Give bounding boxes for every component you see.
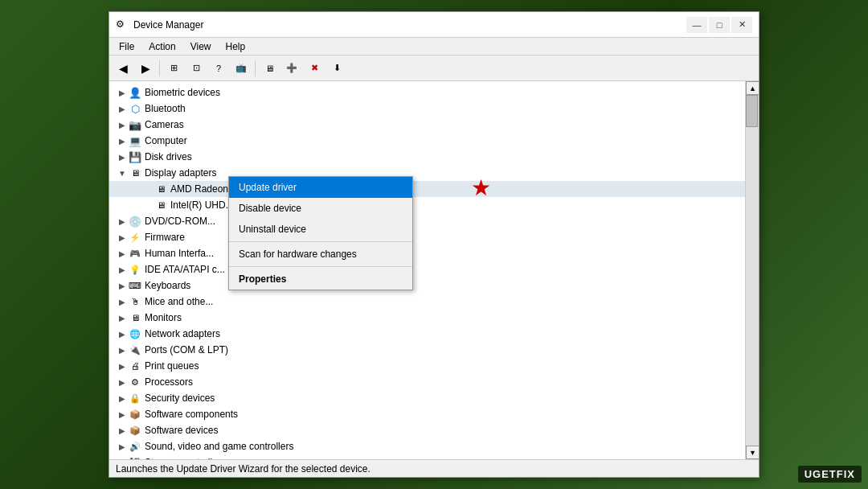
label-monitors: Monitors — [145, 312, 182, 323]
toolbar-remove-button[interactable]: ✖ — [304, 58, 325, 79]
label-displayadapters: Display adapters — [145, 167, 216, 179]
scrollbar[interactable]: ▲ ▼ — [745, 81, 759, 459]
tree-item-storagecontrollers[interactable]: ▶ 💾 Storage controllers — [109, 454, 745, 459]
expand-printqueues[interactable]: ▶ — [116, 362, 129, 371]
expand-keyboards[interactable]: ▶ — [116, 281, 129, 290]
expand-mice[interactable]: ▶ — [116, 298, 129, 306]
context-menu-properties-label: Properties — [239, 273, 286, 285]
expand-securitydevices[interactable]: ▶ — [116, 394, 129, 403]
toolbar-add-button[interactable]: ➕ — [281, 58, 302, 79]
icon-soundvideo: 🔊 — [129, 440, 141, 453]
tree-item-humaninterface[interactable]: ▶ 🎮 Human Interfa... — [109, 245, 745, 261]
tree-item-biometric[interactable]: ▶ 👤 Biometric devices — [109, 84, 745, 101]
expand-humaninterface[interactable]: ▶ — [116, 249, 129, 258]
scroll-thumb[interactable] — [746, 95, 758, 127]
tree-item-amdradeon[interactable]: 🖥 AMD Radeon (TM) RX 640 — [109, 181, 745, 197]
icon-amdradeon: 🖥 — [154, 183, 167, 195]
icon-softwarecomponents: 📦 — [129, 408, 141, 421]
expand-networkadapters[interactable]: ▶ — [116, 330, 129, 339]
icon-mice: 🖱 — [129, 295, 141, 308]
tree-item-computer[interactable]: ▶ 💻 Computer — [109, 133, 745, 149]
tree-item-keyboards[interactable]: ▶ ⌨ Keyboards — [109, 277, 745, 294]
tree-item-firmware[interactable]: ▶ ⚡ Firmware — [109, 229, 745, 245]
context-menu-scanforhardware-label: Scan for hardware changes — [239, 249, 357, 260]
menu-action[interactable]: Action — [142, 39, 182, 54]
scroll-up-button[interactable]: ▲ — [746, 81, 759, 95]
maximize-button[interactable]: □ — [709, 17, 730, 33]
tree-item-processors[interactable]: ▶ ⚙ Processors — [109, 374, 745, 390]
tree-item-dvdcdrom[interactable]: ▶ 💿 DVD/CD-ROM... — [109, 213, 745, 229]
icon-securitydevices: 🔒 — [129, 392, 141, 405]
content-area: ▶ 👤 Biometric devices ▶ ⬡ Bluetooth ▶ 📷 … — [109, 81, 759, 459]
context-menu-uninstalldevice-label: Uninstall device — [239, 224, 306, 235]
window-title: Device Manager — [133, 19, 203, 31]
tree-item-softwarecomponents[interactable]: ▶ 📦 Software components — [109, 406, 745, 422]
tree-item-monitors[interactable]: ▶ 🖥 Monitors — [109, 310, 745, 326]
tree-item-inteluhd[interactable]: 🖥 Intel(R) UHD... — [109, 197, 745, 213]
expand-displayadapters[interactable]: ▼ — [116, 169, 129, 178]
menu-view[interactable]: View — [184, 39, 218, 54]
toolbar-separator-2 — [255, 60, 256, 76]
context-menu-uninstalldevice[interactable]: Uninstall device — [229, 219, 412, 240]
expand-dvdcdrom[interactable]: ▶ — [116, 217, 129, 226]
minimize-button[interactable]: — — [686, 17, 707, 33]
expand-cameras[interactable]: ▶ — [116, 121, 129, 129]
context-menu-updatedriver-label: Update driver — [239, 182, 297, 193]
tree-item-bluetooth[interactable]: ▶ ⬡ Bluetooth — [109, 101, 745, 117]
forward-button[interactable]: ▶ — [135, 58, 156, 79]
menu-help[interactable]: Help — [219, 39, 252, 54]
tree-item-ports[interactable]: ▶ 🔌 Ports (COM & LPT) — [109, 342, 745, 358]
icon-monitors: 🖥 — [129, 311, 141, 324]
tree-item-securitydevices[interactable]: ▶ 🔒 Security devices — [109, 390, 745, 406]
label-mice: Mice and othe... — [145, 296, 213, 307]
menu-file[interactable]: File — [113, 39, 141, 54]
toolbar-btn-5[interactable]: ? — [208, 58, 229, 79]
tree-item-cameras[interactable]: ▶ 📷 Cameras — [109, 117, 745, 133]
status-text: Launches the Update Driver Wizard for th… — [116, 463, 371, 475]
icon-displayadapters: 🖥 — [129, 166, 141, 179]
tree-item-displayadapters[interactable]: ▼ 🖥 Display adapters — [109, 165, 745, 181]
label-computer: Computer — [145, 135, 187, 146]
icon-humaninterface: 🎮 — [129, 247, 141, 260]
toolbar-btn-4[interactable]: ⊡ — [186, 58, 207, 79]
expand-ideatapi[interactable]: ▶ — [116, 265, 129, 274]
close-button[interactable]: ✕ — [731, 17, 752, 33]
back-button[interactable]: ◀ — [113, 58, 133, 79]
expand-ports[interactable]: ▶ — [116, 346, 129, 355]
expand-softwarecomponents[interactable]: ▶ — [116, 410, 129, 419]
tree-item-networkadapters[interactable]: ▶ 🌐 Network adapters — [109, 326, 745, 342]
tree-item-mice[interactable]: ▶ 🖱 Mice and othe... — [109, 294, 745, 310]
expand-computer[interactable]: ▶ — [116, 137, 129, 146]
title-buttons: — □ ✕ — [686, 17, 752, 33]
icon-ports: 🔌 — [129, 343, 141, 356]
icon-ideatapi: 💡 — [129, 263, 141, 276]
scroll-down-button[interactable]: ▼ — [746, 446, 759, 459]
context-menu-updatedriver[interactable]: Update driver — [229, 177, 412, 198]
app-icon: ⚙ — [116, 18, 129, 31]
tree-item-ideatapi[interactable]: ▶ 💡 IDE ATA/ATAPI c... — [109, 261, 745, 277]
expand-firmware[interactable]: ▶ — [116, 233, 129, 242]
toolbar-btn-3[interactable]: ⊞ — [163, 58, 184, 79]
device-tree[interactable]: ▶ 👤 Biometric devices ▶ ⬡ Bluetooth ▶ 📷 … — [109, 81, 745, 459]
scroll-track[interactable] — [746, 95, 759, 446]
tree-item-soundvideo[interactable]: ▶ 🔊 Sound, video and game controllers — [109, 438, 745, 454]
toolbar-update-button[interactable]: ⬇ — [326, 58, 347, 79]
context-menu-scanforhardware[interactable]: Scan for hardware changes — [229, 244, 412, 265]
expand-processors[interactable]: ▶ — [116, 378, 129, 387]
expand-softwaredevices[interactable]: ▶ — [116, 426, 129, 435]
expand-bluetooth[interactable]: ▶ — [116, 105, 129, 113]
expand-soundvideo[interactable]: ▶ — [116, 442, 129, 451]
toolbar-btn-7[interactable]: 🖥 — [259, 58, 280, 79]
context-menu-properties[interactable]: Properties — [229, 269, 412, 290]
tree-item-softwaredevices[interactable]: ▶ 📦 Software devices — [109, 422, 745, 438]
context-menu-disabledevice[interactable]: Disable device — [229, 198, 412, 219]
label-soundvideo: Sound, video and game controllers — [145, 441, 293, 452]
expand-diskdrives[interactable]: ▶ — [116, 153, 129, 162]
icon-processors: ⚙ — [129, 376, 141, 388]
toolbar-btn-6[interactable]: 📺 — [231, 58, 252, 79]
tree-item-diskdrives[interactable]: ▶ 💾 Disk drives — [109, 149, 745, 165]
expand-biometric[interactable]: ▶ — [116, 88, 129, 97]
tree-item-printqueues[interactable]: ▶ 🖨 Print queues — [109, 358, 745, 374]
expand-monitors[interactable]: ▶ — [116, 314, 129, 323]
expand-storagecontrollers[interactable]: ▶ — [116, 458, 129, 460]
